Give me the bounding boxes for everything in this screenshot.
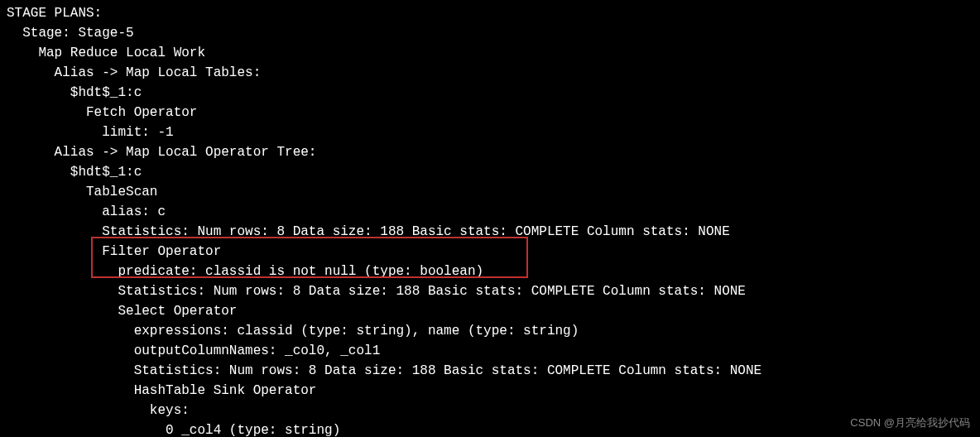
terminal-line: Fetch Operator [7, 103, 973, 122]
terminal-line: limit: -1 [7, 122, 973, 142]
terminal-line: TableScan [7, 182, 973, 202]
terminal-line: predicate: classid is not null (type: bo… [7, 262, 973, 281]
terminal-line: HashTable Sink Operator [7, 381, 973, 401]
terminal-line: Alias -> Map Local Tables: [7, 63, 973, 83]
terminal-line: alias: c [7, 202, 973, 222]
terminal-line: keys: [7, 401, 973, 420]
terminal-line: outputColumnNames: _col0, _col1 [7, 341, 973, 361]
terminal-line: STAGE PLANS: [7, 3, 973, 23]
terminal-line: 0 _col4 (type: string) [7, 420, 973, 437]
terminal-line: Stage: Stage-5 [7, 23, 973, 43]
terminal-line: expressions: classid (type: string), nam… [7, 321, 973, 341]
terminal-line: Statistics: Num rows: 8 Data size: 188 B… [7, 361, 973, 381]
terminal-line: Alias -> Map Local Operator Tree: [7, 142, 973, 162]
terminal-line: $hdt$_1:c [7, 83, 973, 103]
terminal-line: Map Reduce Local Work [7, 43, 973, 63]
terminal-line: Statistics: Num rows: 8 Data size: 188 B… [7, 281, 973, 301]
terminal-line: Filter Operator [7, 242, 973, 262]
terminal-line: Select Operator [7, 301, 973, 321]
terminal-line: $hdt$_1:c [7, 162, 973, 182]
terminal-line: Statistics: Num rows: 8 Data size: 188 B… [7, 222, 973, 242]
terminal-output: STAGE PLANS:Stage: Stage-5Map Reduce Loc… [7, 3, 973, 437]
watermark: CSDN @月亮给我抄代码 [850, 415, 970, 431]
